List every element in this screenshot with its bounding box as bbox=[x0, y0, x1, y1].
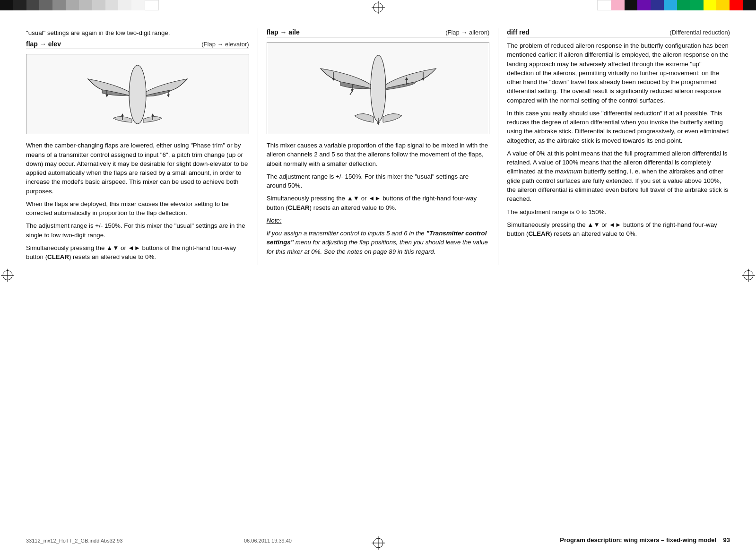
swatch bbox=[743, 0, 756, 10]
col2-para3: Simultaneously pressing the ▲▼ or ◄► but… bbox=[267, 194, 490, 212]
swatch bbox=[597, 0, 611, 10]
swatch bbox=[66, 0, 79, 10]
col2-section-title: flap → aile bbox=[267, 28, 300, 36]
reg-mark-left bbox=[1, 269, 14, 284]
swatch bbox=[716, 0, 730, 10]
swatch bbox=[26, 0, 40, 10]
col3: diff red (Differential reduction) The pr… bbox=[498, 28, 730, 265]
swatch bbox=[105, 0, 119, 10]
swatch bbox=[625, 0, 638, 10]
col3-para1: The problem of reduced aileron response … bbox=[507, 41, 730, 105]
col2-para1: This mixer causes a variable proportion … bbox=[267, 141, 490, 168]
color-bar-top-right bbox=[597, 0, 756, 10]
swatch bbox=[92, 0, 105, 10]
svg-marker-16 bbox=[151, 113, 154, 116]
swatch bbox=[690, 0, 704, 10]
col2-section-subtitle: (Flap → aileron) bbox=[445, 29, 489, 36]
color-bar-top-left bbox=[0, 0, 159, 10]
col2-note-label: Note: bbox=[267, 216, 490, 225]
columns: "usual" settings are again in the low tw… bbox=[26, 28, 730, 265]
page-content: "usual" settings are again in the low tw… bbox=[26, 28, 730, 526]
footer: Program description: wing mixers – fixed… bbox=[560, 536, 730, 543]
col1-para1: When the camber-changing flaps are lower… bbox=[26, 141, 249, 196]
reg-mark-bottom bbox=[372, 536, 385, 551]
col1: "usual" settings are again in the low tw… bbox=[26, 28, 258, 265]
col3-para3: A value of 0% at this point means that t… bbox=[507, 149, 730, 204]
swatch bbox=[677, 0, 690, 10]
swatch bbox=[79, 0, 92, 10]
swatch bbox=[131, 0, 145, 10]
swatch bbox=[52, 0, 66, 10]
swatch bbox=[611, 0, 625, 10]
col2-aircraft-svg bbox=[307, 46, 449, 131]
swatch bbox=[704, 0, 717, 10]
swatch bbox=[118, 0, 131, 10]
swatch bbox=[730, 0, 743, 10]
swatch bbox=[145, 0, 159, 10]
svg-marker-18 bbox=[105, 95, 108, 97]
col3-section-subtitle: (Differential reduction) bbox=[669, 29, 730, 36]
swatch bbox=[0, 0, 13, 10]
svg-marker-15 bbox=[121, 113, 124, 116]
col1-section-title: flap → elev bbox=[26, 40, 61, 48]
swatch bbox=[651, 0, 664, 10]
col3-para4: The adjustment range is 0 to 150%. bbox=[507, 207, 730, 216]
footer-date: 06.06.2011 19:39:40 bbox=[244, 538, 292, 543]
svg-line-24 bbox=[350, 91, 352, 95]
footer-file: 33112_mx12_HoTT_2_GB.indd Abs32:93 bbox=[26, 538, 122, 543]
col1-section-subtitle: (Flap → elevator) bbox=[201, 41, 249, 48]
col1-section-header: flap → elev (Flap → elevator) bbox=[26, 40, 249, 49]
col3-section-header: diff red (Differential reduction) bbox=[507, 28, 730, 37]
col2-note-text: If you assign a transmitter control to i… bbox=[267, 229, 490, 256]
svg-point-21 bbox=[371, 55, 386, 121]
col2-aircraft-image bbox=[267, 42, 490, 134]
svg-point-12 bbox=[129, 65, 146, 124]
col2: flap → aile (Flap → aileron) bbox=[258, 28, 499, 265]
swatch bbox=[13, 0, 26, 10]
footer-left: 33112_mx12_HoTT_2_GB.indd Abs32:93 06.06… bbox=[26, 538, 292, 543]
col3-para5: Simultaneously pressing the ▲▼ or ◄► but… bbox=[507, 220, 730, 239]
col1-para4: Simultaneously pressing the ▲▼ or ◄► but… bbox=[26, 243, 249, 262]
col1-para3: The adjustment range is +/- 150%. For th… bbox=[26, 221, 249, 240]
col2-para2: The adjustment range is +/- 150%. For th… bbox=[267, 172, 490, 190]
svg-marker-20 bbox=[167, 95, 170, 97]
col3-section-title: diff red bbox=[507, 28, 529, 36]
col1-para2: When the flaps are deployed, this mixer … bbox=[26, 199, 249, 218]
footer-text: Program description: wing mixers – fixed… bbox=[560, 536, 716, 543]
col2-section-header: flap → aile (Flap → aileron) bbox=[267, 28, 490, 37]
page-number: 93 bbox=[723, 536, 730, 543]
col1-intro: "usual" settings are again in the low tw… bbox=[26, 28, 249, 37]
swatch bbox=[39, 0, 52, 10]
swatch bbox=[637, 0, 651, 10]
col3-para2: In this case you really should use "diff… bbox=[507, 109, 730, 145]
svg-marker-28 bbox=[377, 122, 380, 125]
col1-aircraft-svg bbox=[71, 58, 204, 131]
reg-mark-right bbox=[742, 269, 755, 284]
reg-mark-top bbox=[372, 1, 385, 16]
swatch bbox=[664, 0, 677, 10]
col1-aircraft-image bbox=[26, 54, 249, 134]
